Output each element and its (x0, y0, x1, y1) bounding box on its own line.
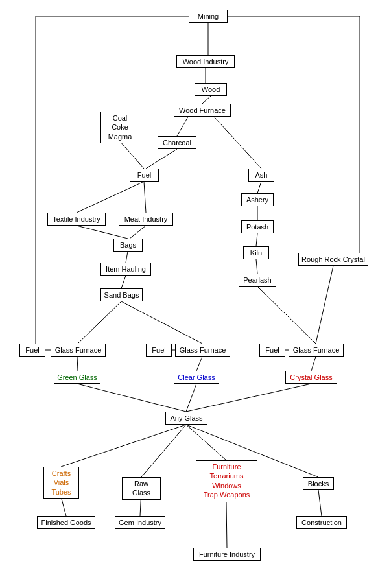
svg-line-13 (77, 226, 128, 239)
fuel_left: Fuel (19, 344, 45, 357)
svg-line-25 (196, 357, 202, 371)
svg-line-4 (214, 117, 261, 169)
svg-line-12 (256, 259, 257, 274)
kiln: Kiln (243, 246, 269, 259)
svg-line-31 (141, 425, 186, 477)
wood: Wood (195, 83, 227, 96)
svg-line-9 (257, 182, 261, 193)
svg-line-14 (130, 226, 146, 239)
wood_furnace: Wood Furnace (174, 104, 231, 117)
glass_furnace_right: Glass Furnace (289, 344, 344, 357)
svg-line-3 (177, 117, 188, 136)
green_glass: Green Glass (54, 371, 100, 384)
potash: Potash (241, 220, 274, 233)
svg-line-19 (257, 287, 316, 344)
item_hauling: Item Hauling (100, 263, 151, 276)
svg-line-6 (146, 149, 177, 169)
svg-line-2 (202, 96, 211, 104)
charcoal: Charcoal (158, 136, 196, 149)
furniture_industry: Furniture Industry (193, 548, 261, 561)
svg-line-8 (144, 182, 146, 213)
any_glass: Any Glass (165, 412, 207, 425)
construction: Construction (296, 516, 347, 529)
svg-line-37 (318, 490, 322, 516)
svg-line-27 (77, 384, 186, 412)
glass_furnace_left: Glass Furnace (51, 344, 106, 357)
rough_rock_crystal: Rough Rock Crystal (298, 253, 368, 266)
wood_industry: Wood Industry (176, 55, 235, 68)
svg-line-18 (121, 301, 202, 344)
svg-line-24 (77, 357, 78, 371)
svg-line-20 (316, 266, 333, 344)
fuel_right: Fuel (259, 344, 285, 357)
mining: Mining (189, 10, 228, 23)
ash: Ash (248, 169, 274, 182)
ashery: Ashery (241, 193, 274, 206)
svg-line-29 (186, 384, 311, 412)
svg-line-5 (120, 141, 144, 169)
gem_industry: Gem Industry (115, 516, 165, 529)
blocks: Blocks (303, 477, 334, 490)
pearlash: Pearlash (239, 274, 276, 287)
svg-line-32 (186, 425, 226, 460)
fuel_mid: Fuel (146, 344, 172, 357)
textile_industry: Textile Industry (47, 213, 106, 226)
svg-line-15 (126, 252, 128, 263)
coal_coke_magma: Coal Coke Magma (100, 112, 139, 143)
meat_industry: Meat Industry (119, 213, 173, 226)
bags: Bags (113, 239, 143, 252)
clear_glass: Clear Glass (174, 371, 219, 384)
svg-line-16 (121, 276, 126, 288)
svg-line-34 (61, 497, 66, 516)
diagram: MiningWood IndustryWoodWood FurnaceCoal … (0, 0, 378, 588)
glass_furnace_mid: Glass Furnace (175, 344, 230, 357)
svg-line-28 (186, 384, 196, 412)
connection-lines (0, 0, 378, 588)
sand_bags: Sand Bags (100, 288, 143, 301)
svg-line-17 (78, 301, 121, 344)
svg-line-36 (226, 502, 227, 548)
crystal_glass: Crystal Glass (285, 371, 337, 384)
finished_goods: Finished Goods (37, 516, 95, 529)
svg-line-30 (61, 425, 186, 467)
raw_glass: Raw Glass (122, 477, 161, 500)
svg-line-7 (77, 182, 144, 213)
svg-line-11 (256, 233, 257, 246)
fuel: Fuel (130, 169, 159, 182)
furniture_terrariums_windows_trapweapons: Furniture Terrariums Windows Trap Weapon… (196, 460, 257, 502)
svg-line-26 (311, 357, 316, 371)
crafts_vials_tubes: Crafts Vials Tubes (43, 467, 79, 499)
